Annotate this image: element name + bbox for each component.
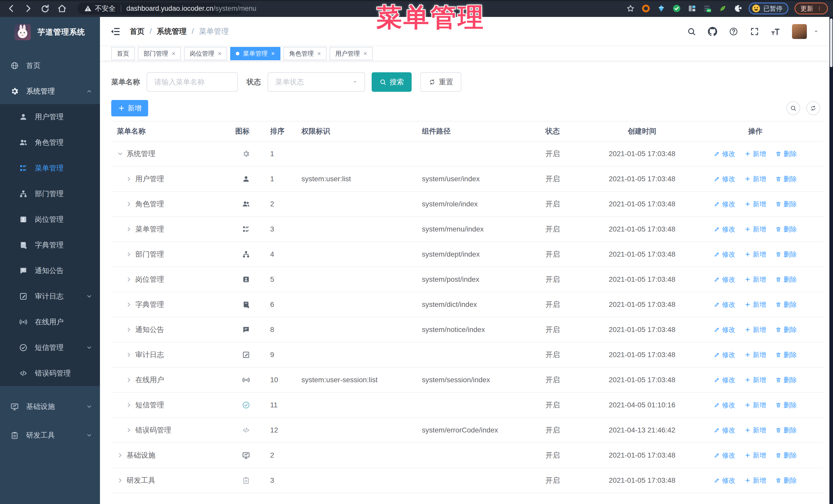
add-link[interactable]: 新增 [744, 174, 766, 184]
browser-back-icon[interactable] [6, 3, 17, 14]
sidebar-item-chat[interactable]: 通知公告 [0, 258, 100, 284]
profile-paused-chip[interactable]: 已暂停 [749, 3, 788, 14]
edit-link[interactable]: 修改 [714, 275, 735, 284]
expand-arrow-icon[interactable] [125, 352, 132, 358]
edit-link[interactable]: 修改 [714, 200, 735, 209]
sidebar-item-monitor[interactable]: 基础设施 [0, 392, 100, 421]
close-tab-icon[interactable]: × [363, 50, 367, 57]
expand-arrow-icon[interactable] [125, 201, 132, 208]
expand-arrow-icon[interactable] [117, 477, 123, 484]
sidebar-item-tree[interactable]: 部门管理 [0, 181, 100, 207]
sidebar-item-online[interactable]: 在线用户 [0, 309, 100, 335]
delete-link[interactable]: 删除 [775, 200, 797, 209]
sidebar-item-shcheck[interactable]: 短信管理 [0, 335, 100, 360]
add-link[interactable]: 新增 [744, 451, 766, 460]
sidebar-item-globe[interactable]: 首页 [0, 53, 100, 78]
status-select[interactable]: 菜单状态 [268, 72, 365, 92]
add-link[interactable]: 新增 [744, 426, 766, 435]
edit-link[interactable]: 修改 [714, 351, 735, 359]
sidebar-item-ttable[interactable]: 菜单管理 [0, 155, 100, 181]
edit-link[interactable]: 修改 [714, 174, 735, 184]
add-link[interactable]: 新增 [744, 476, 766, 485]
extension-check-icon[interactable] [672, 4, 681, 13]
fullscreen-icon[interactable] [750, 27, 759, 36]
delete-link[interactable]: 删除 [775, 426, 797, 435]
refresh-table-button[interactable] [806, 101, 820, 115]
toggle-search-button[interactable] [786, 101, 800, 115]
expand-arrow-icon[interactable] [125, 326, 132, 333]
edit-link[interactable]: 修改 [714, 250, 735, 259]
add-link[interactable]: 新增 [744, 300, 766, 309]
sidebar-item-editdoc[interactable]: 审计日志 [0, 284, 100, 309]
edit-link[interactable]: 修改 [714, 225, 735, 234]
expand-arrow-icon[interactable] [117, 150, 123, 157]
delete-link[interactable]: 删除 [775, 275, 797, 284]
page-tab[interactable]: 角色管理 × [284, 47, 327, 60]
extension-leaf-icon[interactable] [718, 4, 727, 13]
page-tab[interactable]: 岗位管理 × [184, 47, 227, 60]
expand-arrow-icon[interactable] [125, 377, 132, 383]
address-bar[interactable]: 不安全 dashboard.yudao.iocoder.cn /system/m… [77, 2, 242, 15]
page-tab[interactable]: 部门管理 × [138, 47, 181, 60]
breadcrumb-system[interactable]: 系统管理 [157, 26, 187, 37]
extension-gem-icon[interactable] [657, 4, 666, 13]
sidebar-item-badge[interactable]: 岗位管理 [0, 207, 100, 232]
add-link[interactable]: 新增 [744, 225, 766, 234]
close-tab-icon[interactable]: × [271, 50, 275, 57]
sidebar-fold-icon[interactable] [110, 26, 120, 37]
expand-arrow-icon[interactable] [125, 251, 132, 258]
extension-switch-on-icon[interactable] [703, 4, 712, 13]
bookmark-star-icon[interactable] [626, 4, 635, 13]
sidebar-item-users[interactable]: 角色管理 [0, 130, 100, 155]
sidebar-item-code[interactable]: 错误码管理 [0, 360, 100, 386]
expand-arrow-icon[interactable] [117, 452, 123, 459]
extension-columns-icon[interactable] [688, 4, 696, 13]
search-button[interactable]: 搜索 [372, 72, 412, 92]
page-tab[interactable]: 菜单管理 × [230, 47, 280, 60]
add-link[interactable]: 新增 [744, 200, 766, 209]
delete-link[interactable]: 删除 [775, 401, 797, 410]
browser-reload-icon[interactable] [40, 3, 50, 14]
sidebar-item-user[interactable]: 用户管理 [0, 104, 100, 130]
edit-link[interactable]: 修改 [714, 149, 735, 159]
reset-button[interactable]: 重置 [420, 72, 461, 92]
delete-link[interactable]: 删除 [775, 351, 797, 359]
user-menu-caret-icon[interactable] [813, 28, 819, 34]
expand-arrow-icon[interactable] [125, 402, 132, 408]
add-link[interactable]: 新增 [744, 401, 766, 410]
help-icon[interactable] [729, 27, 738, 36]
edit-link[interactable]: 修改 [714, 300, 735, 309]
delete-link[interactable]: 删除 [775, 451, 797, 460]
add-link[interactable]: 新增 [744, 250, 766, 259]
delete-link[interactable]: 删除 [775, 225, 797, 234]
delete-link[interactable]: 删除 [775, 174, 797, 184]
scrollbar-thumb[interactable] [830, 19, 832, 67]
delete-link[interactable]: 删除 [775, 300, 797, 309]
browser-menu-dots-icon[interactable] [817, 5, 822, 12]
delete-link[interactable]: 删除 [775, 376, 797, 385]
add-link[interactable]: 新增 [744, 351, 766, 359]
expand-arrow-icon[interactable] [125, 226, 132, 233]
page-tab[interactable]: 首页 × [111, 47, 135, 60]
close-tab-icon[interactable]: × [172, 50, 175, 57]
close-tab-icon[interactable]: × [317, 50, 321, 57]
delete-link[interactable]: 删除 [775, 476, 797, 485]
extension-orange-ring-icon[interactable] [642, 4, 650, 13]
edit-link[interactable]: 修改 [714, 401, 735, 410]
page-scrollbar[interactable] [829, 17, 833, 504]
edit-link[interactable]: 修改 [714, 451, 735, 460]
browser-forward-icon[interactable] [23, 3, 33, 14]
browser-home-icon[interactable] [57, 3, 67, 14]
close-tab-icon[interactable]: × [218, 50, 221, 57]
page-tab[interactable]: 用户管理 × [330, 47, 373, 60]
expand-arrow-icon[interactable] [125, 276, 132, 283]
add-link[interactable]: 新增 [744, 376, 766, 385]
expand-arrow-icon[interactable] [125, 427, 132, 433]
sidebar-item-clip[interactable]: 研发工具 [0, 421, 100, 450]
add-link[interactable]: 新增 [744, 325, 766, 334]
expand-arrow-icon[interactable] [125, 301, 132, 308]
edit-link[interactable]: 修改 [714, 426, 735, 435]
delete-link[interactable]: 删除 [775, 250, 797, 259]
delete-link[interactable]: 删除 [775, 149, 797, 159]
expand-arrow-icon[interactable] [125, 175, 132, 182]
